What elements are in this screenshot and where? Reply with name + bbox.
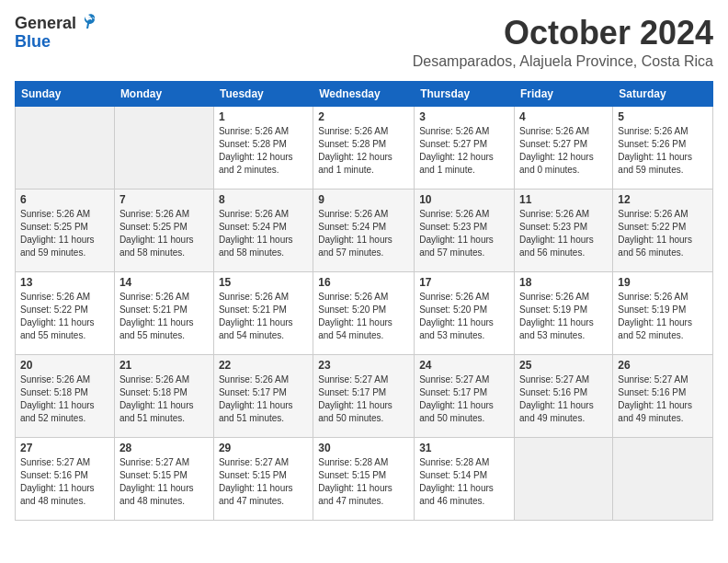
calendar-header-row: SundayMondayTuesdayWednesdayThursdayFrid…	[16, 81, 713, 106]
day-info: Sunrise: 5:26 AM Sunset: 5:19 PM Dayligh…	[519, 291, 608, 342]
day-info: Sunrise: 5:28 AM Sunset: 5:14 PM Dayligh…	[419, 456, 509, 508]
calendar-cell: 11Sunrise: 5:26 AM Sunset: 5:23 PM Dayli…	[515, 189, 613, 271]
day-number: 4	[519, 110, 608, 123]
calendar-cell: 8Sunrise: 5:26 AM Sunset: 5:24 PM Daylig…	[213, 189, 313, 271]
day-info: Sunrise: 5:27 AM Sunset: 5:16 PM Dayligh…	[20, 456, 109, 508]
calendar-cell: 19Sunrise: 5:26 AM Sunset: 5:19 PM Dayli…	[613, 271, 713, 354]
calendar-cell: 1Sunrise: 5:26 AM Sunset: 5:28 PM Daylig…	[213, 106, 313, 189]
day-info: Sunrise: 5:26 AM Sunset: 5:24 PM Dayligh…	[219, 208, 308, 259]
calendar-cell: 21Sunrise: 5:26 AM Sunset: 5:18 PM Dayli…	[114, 354, 213, 437]
calendar-cell: 13Sunrise: 5:26 AM Sunset: 5:22 PM Dayli…	[16, 271, 115, 354]
calendar-cell: 24Sunrise: 5:27 AM Sunset: 5:17 PM Dayli…	[415, 354, 515, 437]
calendar-cell: 28Sunrise: 5:27 AM Sunset: 5:15 PM Dayli…	[114, 437, 213, 520]
header-saturday: Saturday	[613, 81, 713, 106]
calendar-week-row: 6Sunrise: 5:26 AM Sunset: 5:25 PM Daylig…	[16, 189, 713, 271]
day-number: 29	[219, 442, 308, 454]
calendar-cell: 22Sunrise: 5:26 AM Sunset: 5:17 PM Dayli…	[213, 354, 313, 437]
calendar-week-row: 1Sunrise: 5:26 AM Sunset: 5:28 PM Daylig…	[16, 106, 713, 189]
day-info: Sunrise: 5:26 AM Sunset: 5:20 PM Dayligh…	[318, 291, 409, 342]
day-number: 12	[618, 193, 708, 206]
header-wednesday: Wednesday	[313, 81, 415, 106]
calendar-cell: 29Sunrise: 5:27 AM Sunset: 5:15 PM Dayli…	[213, 437, 313, 520]
day-number: 2	[318, 110, 409, 123]
day-number: 11	[519, 193, 608, 206]
day-info: Sunrise: 5:26 AM Sunset: 5:19 PM Dayligh…	[618, 291, 708, 342]
day-number: 30	[318, 442, 409, 454]
day-number: 21	[119, 359, 209, 372]
day-number: 23	[318, 359, 409, 372]
calendar-table: SundayMondayTuesdayWednesdayThursdayFrid…	[15, 81, 713, 521]
day-number: 9	[318, 193, 409, 206]
day-info: Sunrise: 5:26 AM Sunset: 5:26 PM Dayligh…	[618, 125, 708, 177]
calendar-cell: 31Sunrise: 5:28 AM Sunset: 5:14 PM Dayli…	[415, 437, 515, 520]
logo-blue-text: Blue	[15, 33, 51, 52]
calendar-cell: 15Sunrise: 5:26 AM Sunset: 5:21 PM Dayli…	[213, 271, 313, 354]
day-number: 31	[419, 442, 509, 454]
calendar-cell: 3Sunrise: 5:26 AM Sunset: 5:27 PM Daylig…	[415, 106, 515, 189]
calendar-cell	[114, 106, 213, 189]
calendar-cell: 7Sunrise: 5:26 AM Sunset: 5:25 PM Daylig…	[114, 189, 213, 271]
calendar-cell: 26Sunrise: 5:27 AM Sunset: 5:16 PM Dayli…	[613, 354, 713, 437]
day-info: Sunrise: 5:26 AM Sunset: 5:24 PM Dayligh…	[318, 208, 409, 259]
day-number: 18	[519, 276, 608, 289]
calendar-title: October 2024	[413, 15, 713, 52]
day-info: Sunrise: 5:26 AM Sunset: 5:22 PM Dayligh…	[618, 208, 708, 259]
calendar-subtitle: Desamparados, Alajuela Province, Costa R…	[413, 53, 713, 70]
day-number: 7	[119, 193, 209, 206]
day-info: Sunrise: 5:26 AM Sunset: 5:18 PM Dayligh…	[119, 373, 209, 425]
calendar-cell: 6Sunrise: 5:26 AM Sunset: 5:25 PM Daylig…	[16, 189, 115, 271]
calendar-cell: 25Sunrise: 5:27 AM Sunset: 5:16 PM Dayli…	[515, 354, 613, 437]
day-number: 10	[419, 193, 509, 206]
day-info: Sunrise: 5:26 AM Sunset: 5:21 PM Dayligh…	[119, 291, 209, 342]
day-info: Sunrise: 5:26 AM Sunset: 5:23 PM Dayligh…	[419, 208, 509, 259]
calendar-cell: 18Sunrise: 5:26 AM Sunset: 5:19 PM Dayli…	[515, 271, 613, 354]
day-info: Sunrise: 5:27 AM Sunset: 5:15 PM Dayligh…	[119, 456, 209, 508]
calendar-cell: 12Sunrise: 5:26 AM Sunset: 5:22 PM Dayli…	[613, 189, 713, 271]
calendar-week-row: 13Sunrise: 5:26 AM Sunset: 5:22 PM Dayli…	[16, 271, 713, 354]
calendar-cell	[515, 437, 613, 520]
header-thursday: Thursday	[415, 81, 515, 106]
logo-general-text: General	[15, 15, 76, 33]
title-section: October 2024 Desamparados, Alajuela Prov…	[413, 15, 713, 70]
calendar-cell	[16, 106, 115, 189]
calendar-cell: 30Sunrise: 5:28 AM Sunset: 5:15 PM Dayli…	[313, 437, 415, 520]
calendar-week-row: 20Sunrise: 5:26 AM Sunset: 5:18 PM Dayli…	[16, 354, 713, 437]
day-number: 17	[419, 276, 509, 289]
day-number: 14	[119, 276, 209, 289]
calendar-cell: 23Sunrise: 5:27 AM Sunset: 5:17 PM Dayli…	[313, 354, 415, 437]
day-info: Sunrise: 5:27 AM Sunset: 5:17 PM Dayligh…	[318, 373, 409, 425]
calendar-cell: 2Sunrise: 5:26 AM Sunset: 5:28 PM Daylig…	[313, 106, 415, 189]
day-info: Sunrise: 5:27 AM Sunset: 5:16 PM Dayligh…	[519, 373, 608, 425]
calendar-cell: 5Sunrise: 5:26 AM Sunset: 5:26 PM Daylig…	[613, 106, 713, 189]
day-number: 5	[618, 110, 708, 123]
day-info: Sunrise: 5:28 AM Sunset: 5:15 PM Dayligh…	[318, 456, 409, 508]
logo: General Blue	[15, 15, 98, 52]
calendar-cell: 14Sunrise: 5:26 AM Sunset: 5:21 PM Dayli…	[114, 271, 213, 354]
day-info: Sunrise: 5:26 AM Sunset: 5:17 PM Dayligh…	[219, 373, 308, 425]
calendar-cell: 10Sunrise: 5:26 AM Sunset: 5:23 PM Dayli…	[415, 189, 515, 271]
day-number: 3	[419, 110, 509, 123]
calendar-cell: 9Sunrise: 5:26 AM Sunset: 5:24 PM Daylig…	[313, 189, 415, 271]
day-info: Sunrise: 5:26 AM Sunset: 5:23 PM Dayligh…	[519, 208, 608, 259]
header-tuesday: Tuesday	[213, 81, 313, 106]
day-info: Sunrise: 5:26 AM Sunset: 5:22 PM Dayligh…	[20, 291, 109, 342]
day-info: Sunrise: 5:26 AM Sunset: 5:18 PM Dayligh…	[20, 373, 109, 425]
day-number: 26	[618, 359, 708, 372]
calendar-cell: 20Sunrise: 5:26 AM Sunset: 5:18 PM Dayli…	[16, 354, 115, 437]
day-number: 13	[20, 276, 109, 289]
calendar-cell: 4Sunrise: 5:26 AM Sunset: 5:27 PM Daylig…	[515, 106, 613, 189]
day-info: Sunrise: 5:26 AM Sunset: 5:27 PM Dayligh…	[419, 125, 509, 177]
header-monday: Monday	[114, 81, 213, 106]
calendar-cell: 16Sunrise: 5:26 AM Sunset: 5:20 PM Dayli…	[313, 271, 415, 354]
day-number: 27	[20, 442, 109, 454]
day-info: Sunrise: 5:26 AM Sunset: 5:25 PM Dayligh…	[20, 208, 109, 259]
calendar-cell	[613, 437, 713, 520]
day-info: Sunrise: 5:27 AM Sunset: 5:16 PM Dayligh…	[618, 373, 708, 425]
day-info: Sunrise: 5:27 AM Sunset: 5:15 PM Dayligh…	[219, 456, 308, 508]
day-number: 8	[219, 193, 308, 206]
day-number: 28	[119, 442, 209, 454]
day-number: 22	[219, 359, 308, 372]
day-info: Sunrise: 5:26 AM Sunset: 5:25 PM Dayligh…	[119, 208, 209, 259]
day-number: 16	[318, 276, 409, 289]
day-info: Sunrise: 5:26 AM Sunset: 5:21 PM Dayligh…	[219, 291, 308, 342]
